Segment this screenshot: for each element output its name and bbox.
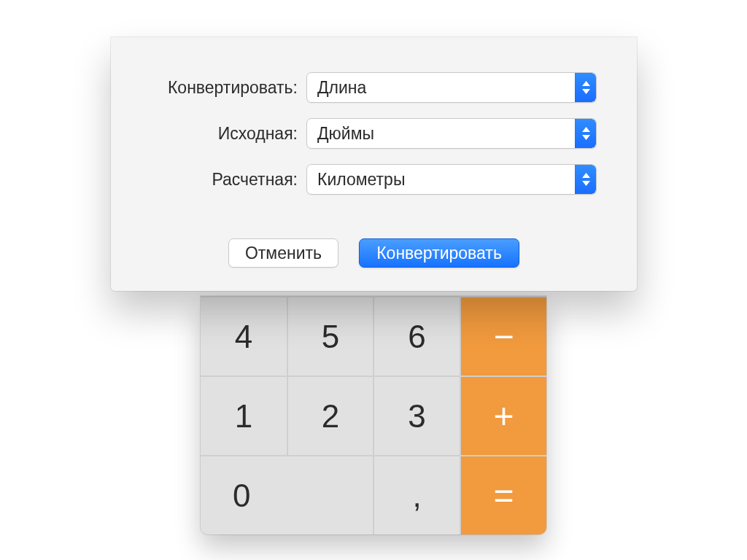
select-to-unit-value: Километры xyxy=(317,170,405,190)
select-from-unit[interactable]: Дюймы xyxy=(306,118,597,149)
key-2[interactable]: 2 xyxy=(287,376,373,455)
select-from-unit-value: Дюймы xyxy=(317,124,374,144)
cancel-button[interactable]: Отменить xyxy=(228,238,338,268)
key-minus[interactable]: − xyxy=(460,296,546,376)
select-convert-type[interactable]: Длина xyxy=(306,72,597,103)
chevron-up-down-icon xyxy=(575,73,596,102)
key-4[interactable]: 4 xyxy=(201,296,287,376)
row-to: Расчетная: Километры xyxy=(111,164,637,195)
label-from: Исходная: xyxy=(111,124,306,144)
key-3[interactable]: 3 xyxy=(373,376,460,455)
key-6[interactable]: 6 xyxy=(373,296,460,376)
convert-dialog: Конвертировать: Длина Исходная: Дюймы Ра… xyxy=(111,37,637,291)
row-from: Исходная: Дюймы xyxy=(111,118,637,149)
label-convert: Конвертировать: xyxy=(111,78,306,98)
row-convert: Конвертировать: Длина xyxy=(111,72,637,103)
select-convert-type-value: Длина xyxy=(317,78,366,98)
chevron-up-down-icon xyxy=(575,119,596,148)
label-to: Расчетная: xyxy=(111,170,306,190)
key-plus[interactable]: + xyxy=(460,376,546,455)
key-0[interactable]: 0 xyxy=(201,455,373,534)
key-decimal[interactable]: , xyxy=(373,455,460,534)
key-equals[interactable]: = xyxy=(460,455,546,534)
chevron-up-down-icon xyxy=(575,165,596,194)
key-1[interactable]: 1 xyxy=(201,376,287,455)
convert-button[interactable]: Конвертировать xyxy=(359,238,519,268)
key-5[interactable]: 5 xyxy=(287,296,373,376)
dialog-button-row: Отменить Конвертировать xyxy=(111,238,637,268)
calculator-keypad: 4 5 6 − 1 2 3 + 0 , = xyxy=(201,296,546,534)
select-to-unit[interactable]: Километры xyxy=(306,164,597,195)
